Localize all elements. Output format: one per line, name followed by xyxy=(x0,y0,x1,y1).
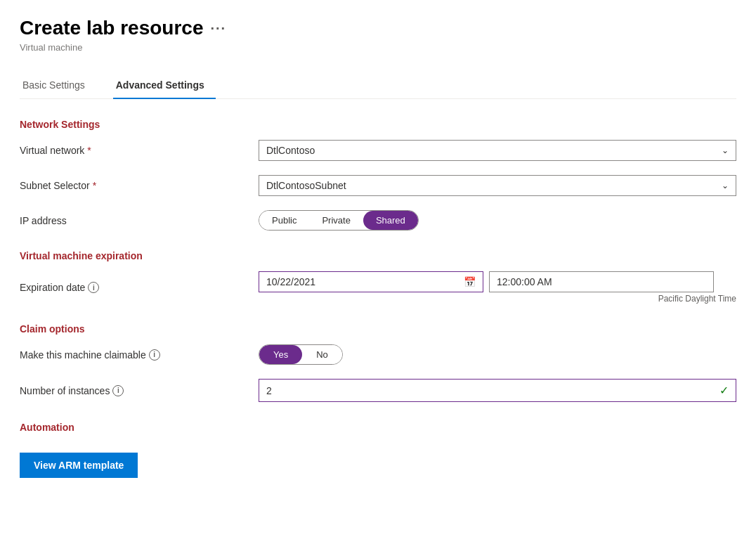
virtual-network-row: Virtual network * DtlContoso ⌄ xyxy=(20,140,736,161)
chevron-down-icon: ⌄ xyxy=(722,145,729,155)
expiration-date-control: 10/22/2021 📅 Pacific Daylight Time xyxy=(259,271,736,304)
timezone-hint: Pacific Daylight Time xyxy=(259,294,736,304)
calendar-icon[interactable]: 📅 xyxy=(464,276,476,287)
page-subtitle: Virtual machine xyxy=(20,42,736,53)
check-icon: ✓ xyxy=(719,384,729,397)
claimable-info-icon: i xyxy=(149,349,160,361)
ip-address-label: IP address xyxy=(20,215,259,226)
date-input[interactable]: 10/22/2021 📅 xyxy=(259,271,483,292)
time-input[interactable] xyxy=(489,271,714,292)
claim-option-no[interactable]: No xyxy=(302,345,342,364)
claimable-row: Make this machine claimable i Yes No xyxy=(20,344,736,365)
claimable-label: Make this machine claimable i xyxy=(20,349,259,361)
ip-option-shared[interactable]: Shared xyxy=(363,211,418,230)
vm-expiration-title: Virtual machine expiration xyxy=(20,250,736,261)
subnet-selector-select[interactable]: DtlContosoSubnet ⌄ xyxy=(259,175,736,196)
network-settings-title: Network Settings xyxy=(20,119,736,130)
ip-option-private[interactable]: Private xyxy=(309,211,363,230)
virtual-network-select[interactable]: DtlContoso ⌄ xyxy=(259,140,736,161)
subnet-selector-label: Subnet Selector * xyxy=(20,180,259,191)
instances-info-icon: i xyxy=(112,385,124,396)
subnet-selector-value: DtlContosoSubnet xyxy=(266,180,346,191)
date-value: 10/22/2021 xyxy=(266,276,315,287)
instances-value: 2 xyxy=(266,385,272,396)
chevron-down-icon-subnet: ⌄ xyxy=(722,181,729,190)
expiration-info-icon: i xyxy=(88,282,99,293)
virtual-network-value: DtlContoso xyxy=(266,145,315,156)
subnet-selector-control: DtlContosoSubnet ⌄ xyxy=(259,175,736,196)
expiration-inputs: 10/22/2021 📅 xyxy=(259,271,736,292)
claim-option-yes[interactable]: Yes xyxy=(259,345,302,364)
ip-toggle-group: Public Private Shared xyxy=(259,210,419,231)
instances-label: Number of instances i xyxy=(20,385,259,396)
ip-address-row: IP address Public Private Shared xyxy=(20,210,736,231)
required-star: * xyxy=(87,145,91,156)
required-star-subnet: * xyxy=(93,180,96,191)
subnet-selector-row: Subnet Selector * DtlContosoSubnet ⌄ xyxy=(20,175,736,196)
expiration-date-label: Expiration date i xyxy=(20,282,259,293)
page-header: Create lab resource ··· Virtual machine xyxy=(20,17,736,53)
automation-section: Automation View ARM template xyxy=(20,422,736,478)
ip-address-control: Public Private Shared xyxy=(259,210,736,231)
tab-basic-settings[interactable]: Basic Settings xyxy=(20,72,96,99)
tab-advanced-settings[interactable]: Advanced Settings xyxy=(113,72,216,99)
title-text: Create lab resource xyxy=(20,17,203,39)
ellipsis-menu[interactable]: ··· xyxy=(210,20,226,37)
claimable-control: Yes No xyxy=(259,344,736,365)
instances-input[interactable]: 2 ✓ xyxy=(259,379,736,402)
instances-row: Number of instances i 2 ✓ xyxy=(20,379,736,402)
virtual-network-label: Virtual network * xyxy=(20,145,259,156)
tab-bar: Basic Settings Advanced Settings xyxy=(20,72,736,99)
instances-control: 2 ✓ xyxy=(259,379,736,402)
automation-title: Automation xyxy=(20,422,736,433)
ip-option-public[interactable]: Public xyxy=(259,211,309,230)
claimable-toggle-group: Yes No xyxy=(259,344,343,365)
view-arm-template-button[interactable]: View ARM template xyxy=(20,453,138,478)
expiration-date-row: Expiration date i 10/22/2021 📅 Pacific D… xyxy=(20,271,736,304)
virtual-network-control: DtlContoso ⌄ xyxy=(259,140,736,161)
claim-options-title: Claim options xyxy=(20,323,736,335)
page-title: Create lab resource ··· xyxy=(20,17,736,39)
